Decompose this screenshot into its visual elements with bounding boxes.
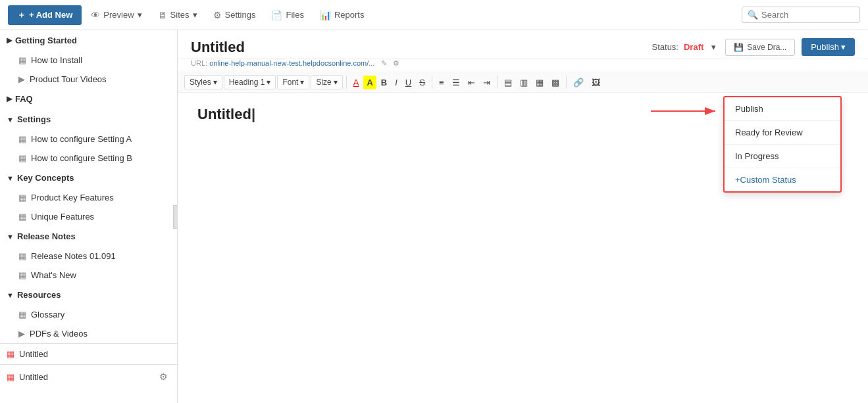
toolbar-separator-2	[432, 76, 432, 89]
italic-button[interactable]: I	[392, 76, 401, 89]
toolbar-separator-4	[566, 76, 567, 89]
strikethrough-button[interactable]: S	[416, 76, 428, 89]
url-prefix: URL:	[191, 59, 207, 67]
underline-button[interactable]: U	[402, 76, 415, 89]
sidebar-item-untitled1[interactable]: ▦ Untitled	[0, 343, 177, 364]
sidebar-section-getting-started[interactable]: ▶ Getting Started	[0, 30, 177, 51]
video-icon-pv: ▶	[18, 329, 25, 339]
status-popup-in-progress[interactable]: In Progress	[725, 145, 840, 168]
indent-left-icon: ⇤	[468, 78, 475, 87]
settings-nav-item[interactable]: ⚙ Settings	[207, 6, 263, 24]
plus-icon: ＋	[17, 9, 26, 21]
text-color-button[interactable]: A	[350, 76, 363, 89]
url-settings-icon[interactable]: ⚙	[393, 59, 399, 67]
eye-icon: 👁	[91, 10, 100, 20]
sidebar-configure-b-label: How to configure Setting B	[31, 153, 132, 163]
chevron-down-rn-icon: ▼	[7, 233, 14, 241]
preview-nav-item[interactable]: 👁 Preview ▾	[84, 6, 148, 24]
doc-icon: ▦	[18, 55, 26, 65]
sidebar-section-settings[interactable]: ▼ Settings	[0, 109, 177, 130]
styles-label: Styles	[190, 78, 211, 87]
sidebar-section-release-notes[interactable]: ▼ Release Notes	[0, 226, 177, 247]
status-popup-ready-for-review[interactable]: Ready for Review	[725, 121, 840, 145]
ol-icon: ≡	[439, 78, 444, 87]
sidebar-item-pdfs-videos[interactable]: ▶ PDFs & Videos	[0, 324, 177, 343]
search-box: 🔍	[742, 7, 860, 23]
size-dropdown[interactable]: Size ▾	[311, 75, 342, 89]
sidebar-item-glossary[interactable]: ▦ Glossary	[0, 305, 177, 324]
settings-icon: ⚙	[213, 10, 222, 20]
sidebar-glossary-label: Glossary	[31, 310, 64, 320]
sidebar-collapse-button[interactable]: ‹	[173, 205, 178, 229]
ordered-list-button[interactable]: ≡	[436, 76, 447, 89]
gear-icon[interactable]: ⚙	[157, 370, 170, 383]
sidebar-section-resources[interactable]: ▼ Resources	[0, 285, 177, 305]
italic-icon: I	[395, 78, 397, 87]
preview-label: Preview	[103, 10, 134, 20]
ul-icon: ☰	[452, 78, 460, 87]
save-draft-button[interactable]: 💾 Save Dra...	[725, 39, 795, 56]
font-dropdown[interactable]: Font ▾	[277, 75, 309, 89]
files-nav-item[interactable]: 📄 Files	[265, 6, 310, 24]
text-highlight-button[interactable]: A	[363, 76, 376, 89]
status-popup-publish[interactable]: Publish	[725, 97, 840, 121]
files-label: Files	[286, 10, 303, 20]
editor-text: Untitled	[197, 106, 251, 122]
reports-nav-item[interactable]: 📊 Reports	[313, 6, 371, 24]
sites-nav-item[interactable]: 🖥 Sites ▾	[151, 6, 204, 24]
sidebar-item-untitled2[interactable]: ▦ Untitled ⚙	[0, 364, 177, 389]
sidebar-faq-label: FAQ	[15, 94, 33, 104]
publish-label: Publish	[811, 42, 839, 52]
edit-icon[interactable]: ✎	[381, 59, 387, 67]
sidebar-item-whats-new[interactable]: ▦ What's New	[0, 266, 177, 285]
heading-label: Heading 1	[229, 78, 265, 87]
status-popup-custom[interactable]: +Custom Status	[725, 168, 840, 191]
align-justify-button[interactable]: ▩	[548, 76, 563, 89]
sidebar-how-to-install-label: How to Install	[31, 55, 82, 65]
sidebar-untitled1-label: Untitled	[19, 349, 48, 359]
sidebar-section-faq[interactable]: ▶ FAQ	[0, 89, 177, 109]
add-new-button[interactable]: ＋ + Add New	[8, 5, 82, 25]
indent-right-icon: ⇥	[483, 78, 490, 87]
sidebar-item-release-notes-01[interactable]: ▦ Release Notes 01.091	[0, 247, 177, 266]
sidebar-item-product-key-features[interactable]: ▦ Product Key Features	[0, 188, 177, 207]
sidebar-item-configure-b[interactable]: ▦ How to configure Setting B	[0, 149, 177, 168]
publish-caret: ▾	[841, 42, 846, 52]
link-button[interactable]: 🔗	[570, 76, 587, 89]
styles-dropdown[interactable]: Styles ▾	[184, 75, 222, 89]
status-dropdown-button[interactable]: ▾	[709, 41, 719, 53]
sidebar-section-key-concepts[interactable]: ▼ Key Concepts	[0, 168, 177, 188]
size-label: Size	[316, 78, 331, 87]
sidebar-item-configure-a[interactable]: ▦ How to configure Setting A	[0, 130, 177, 149]
size-caret: ▾	[334, 78, 338, 87]
sidebar: ▶ Getting Started ▦ How to Install ▶ Pro…	[0, 30, 178, 403]
align-left-icon: ▤	[504, 78, 512, 87]
article-url-link[interactable]: online-help-manual-new-test.helpdocsonli…	[209, 59, 374, 67]
heading-dropdown[interactable]: Heading 1 ▾	[224, 75, 276, 89]
reports-icon: 📊	[320, 10, 331, 20]
image-icon: 🖼	[592, 78, 600, 87]
status-area: Status: Draft ▾	[652, 41, 719, 53]
align-center-icon: ▥	[520, 78, 528, 87]
sidebar-item-how-to-install[interactable]: ▦ How to Install	[0, 51, 177, 70]
image-button[interactable]: 🖼	[588, 76, 603, 89]
article-header: Untitled Status: Draft ▾ 💾 Save Dra... P…	[178, 30, 868, 59]
video-icon: ▶	[18, 74, 25, 84]
chevron-down-settings-icon: ▼	[7, 116, 14, 124]
indent-decrease-button[interactable]: ⇤	[465, 76, 478, 89]
align-justify-icon: ▩	[551, 78, 559, 87]
doc-icon-u2: ▦	[7, 372, 14, 382]
search-input[interactable]	[761, 10, 854, 20]
toolbar-separator-1	[346, 76, 347, 89]
doc-icon-b: ▦	[18, 153, 26, 163]
publish-button[interactable]: Publish ▾	[802, 38, 855, 56]
bold-button[interactable]: B	[378, 76, 390, 89]
sidebar-item-product-tour-videos[interactable]: ▶ Product Tour Videos	[0, 70, 177, 89]
indent-increase-button[interactable]: ⇥	[480, 76, 494, 89]
align-left-button[interactable]: ▤	[501, 76, 515, 89]
bold-icon: B	[381, 78, 387, 87]
unordered-list-button[interactable]: ☰	[449, 76, 463, 89]
align-right-button[interactable]: ▦	[532, 76, 547, 89]
sidebar-item-unique-features[interactable]: ▦ Unique Features	[0, 207, 177, 226]
align-center-button[interactable]: ▥	[517, 76, 531, 89]
